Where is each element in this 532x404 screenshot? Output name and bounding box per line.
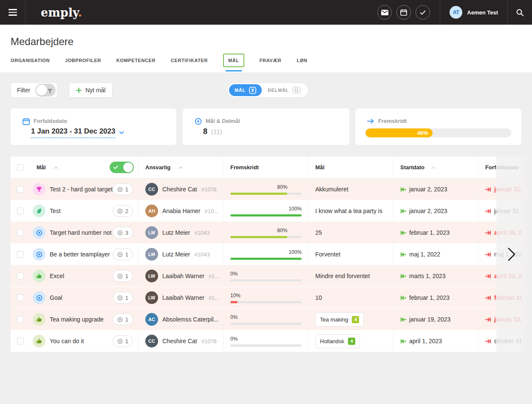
row-checkbox[interactable] [17,208,24,214]
search-icon[interactable] [507,0,532,25]
employee-id: #10... [205,208,219,214]
target-icon [33,248,45,261]
row-checkbox[interactable] [17,251,24,258]
date-range-picker[interactable]: 1 Jan 2023 - 31 Dec 2023 [31,127,115,138]
tab-fravær[interactable]: FRAVÆR [260,58,282,63]
due-date-icon [485,296,491,300]
new-goal-button[interactable]: Nyt mål [69,83,113,98]
topbar: emply. AT Aemen Test [0,0,532,25]
chevron-right-icon[interactable] [508,248,515,261]
page-header: Medarbejdere ORGANISATIONJOBPROFILERKOMP… [0,25,532,72]
progress-bar [230,279,302,282]
target-ring-icon [117,208,123,214]
chevron-down-icon[interactable] [119,131,124,134]
sort-caret-icon[interactable] [178,166,183,169]
tab-certifikater[interactable]: CERTIFIKATER [171,58,208,63]
filter-toggle[interactable] [35,84,56,97]
subgoal-count-pill[interactable]: 3 [113,227,133,239]
target-ring-icon [117,230,123,236]
goal-target-cell: Hollandsk4 [308,330,393,352]
employee-id: #1078 [201,186,217,193]
select-all-checkbox[interactable] [17,164,24,171]
tab-mål[interactable]: MÅL [223,54,244,67]
subgoal-count-pill[interactable]: 1 [113,313,133,325]
progress-percent: 100% [230,206,302,212]
subgoal-count-pill[interactable]: 1 [113,248,133,260]
avatar: LM [145,226,158,239]
scroll-right-control[interactable] [496,156,527,352]
user-name: Aemen Test [467,9,498,16]
start-date-icon [400,317,406,322]
table-row[interactable]: Tea making upgrade 1 AC Absolemss Caterp… [11,309,521,330]
tab-kompetencer[interactable]: KOMPETENCER [116,58,156,63]
tab-bar: ORGANISATIONJOBPROFILERKOMPETENCERCERTIF… [11,54,307,67]
subgoal-count: 1 [125,295,128,301]
start-date: april 1, 2023 [409,338,442,344]
table-row[interactable]: Be a better teamplayer 1 LM Lutz Meier #… [11,244,521,265]
table-row[interactable]: You can do it 1 CC Cheshire Cat #1078 0%… [11,330,521,352]
progress-bar [230,236,302,238]
sort-caret-icon[interactable] [54,166,58,169]
progress-bar [230,193,302,195]
target-ring-icon [117,339,123,344]
table-row[interactable]: Goal 1 LW Laaibah Warner #1... 10% 10 fe… [11,287,521,309]
table-body: Test 2 - hard goal target 1 CC Cheshire … [11,179,521,352]
row-checkbox[interactable] [17,186,24,193]
avatar: LW [145,291,158,304]
row-checkbox[interactable] [17,273,24,279]
check-icon[interactable] [416,5,430,20]
subgoal-count-pill[interactable]: 1 [113,270,133,282]
sort-caret-icon[interactable] [431,166,436,169]
goal-target-cell: I know what a tea party is [308,200,393,222]
chip-count-badge: 4 [348,338,355,345]
menu-icon[interactable] [0,0,25,25]
header-target[interactable]: Mål [308,156,393,178]
goal-target-value: I know what a tea party is [315,208,382,214]
target-icon [33,291,45,304]
row-checkbox[interactable] [17,294,24,301]
subgoal-count: 2 [125,208,128,214]
segment-subgoals[interactable]: DELMÅL 11 [262,87,306,94]
chip-count-badge: 4 [352,316,359,323]
header-progress[interactable]: Fremskridt [223,156,308,178]
plus-icon [76,88,82,93]
user-menu[interactable]: AT Aemen Test [440,0,507,25]
row-checkbox[interactable] [17,229,24,236]
table-row[interactable]: Excel 1 LW Laaibah Warner #1... 0% Mindr… [11,265,521,287]
tab-organisation[interactable]: ORGANISATION [11,58,50,63]
progress-percent: 10% [230,293,302,299]
employee-id: #1043 [194,230,209,236]
header-start[interactable]: Startdato [393,156,478,178]
target-ring-icon [117,187,123,192]
header-responsible[interactable]: Ansvarlig [138,156,223,178]
table-row[interactable]: Test 2 - hard goal target 1 CC Cheshire … [11,179,521,200]
table-row[interactable]: Target hard number not 3 LM Lutz Meier #… [11,222,521,244]
table-row[interactable]: Test 2 AH Anabia Hamer #10... 100% I kno… [11,200,521,222]
subgoal-count: 3 [125,230,128,236]
segment-goals[interactable]: MÅL 8 [229,84,262,96]
progress-percent: 0% [230,271,302,277]
toggle-knob [36,85,47,96]
target-ring-icon [117,295,123,301]
subgoal-count-pill[interactable]: 1 [113,292,133,304]
subgoal-count-pill[interactable]: 1 [113,183,133,195]
subgoal-count: 1 [125,273,128,279]
start-date-icon [400,339,406,344]
subgoal-count-pill[interactable]: 1 [113,335,133,347]
header-goal[interactable]: Mål [30,156,138,178]
calendar-icon[interactable] [396,5,411,20]
row-checkbox[interactable] [17,338,24,344]
tab-jobprofiler[interactable]: JOBPROFILER [65,58,101,63]
start-date-icon [400,230,406,235]
mail-icon[interactable] [377,5,392,20]
row-checkbox[interactable] [17,316,24,323]
subgoal-count-pill[interactable]: 2 [113,205,133,217]
tab-løn[interactable]: LØN [297,58,307,63]
app-logo: emply. [41,6,82,19]
due-date-card: Forfaldsdato 1 Jan 2023 - 31 Dec 2023 [11,108,176,145]
goals-table: Mål Ansvarlig Fremskridt Mål Startdato [11,156,521,352]
responsible-name: Lutz Meier [162,229,190,236]
goals-visibility-toggle[interactable] [110,162,134,173]
responsible-name: Cheshire Cat [162,338,197,344]
goal-count-badge: 8 [249,87,256,94]
